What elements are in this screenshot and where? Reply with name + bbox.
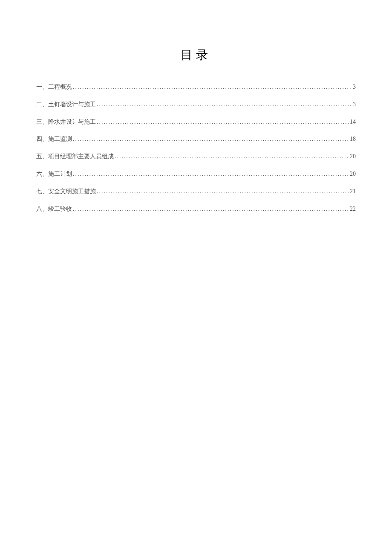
toc-entry: 四、施工监测 18 bbox=[36, 136, 356, 143]
toc-entry: 二、土钉墙设计与施工 3 bbox=[36, 101, 356, 108]
toc-entry-page: 21 bbox=[350, 188, 356, 195]
toc-entry: 七、安全文明施工措施 21 bbox=[36, 188, 356, 195]
page-title: 目录 bbox=[36, 47, 356, 63]
toc-entry-page: 14 bbox=[350, 119, 356, 126]
toc-entry-leader bbox=[97, 101, 352, 108]
toc-entry-label: 五、项目经理部主要人员组成 bbox=[36, 153, 114, 160]
toc-entry-page: 22 bbox=[350, 206, 356, 213]
toc-entry-leader bbox=[73, 206, 349, 213]
toc-entry-leader bbox=[73, 84, 352, 91]
toc-entry-leader bbox=[73, 136, 349, 143]
toc-entry-page: 20 bbox=[350, 171, 356, 178]
toc-entry: 五、项目经理部主要人员组成 20 bbox=[36, 153, 356, 160]
toc-entry-leader bbox=[73, 171, 349, 178]
toc-entry: 八、竣工验收 22 bbox=[36, 206, 356, 213]
table-of-contents: 一、工程概况 3 二、土钉墙设计与施工 3 三、降水井设计与施工 14 四、施工… bbox=[36, 84, 356, 212]
toc-entry-label: 二、土钉墙设计与施工 bbox=[36, 101, 96, 108]
toc-entry-page: 3 bbox=[353, 84, 356, 91]
toc-entry-page: 20 bbox=[350, 153, 356, 160]
toc-entry: 一、工程概况 3 bbox=[36, 84, 356, 91]
toc-entry-label: 四、施工监测 bbox=[36, 136, 72, 143]
toc-entry-leader bbox=[97, 188, 349, 195]
toc-entry-label: 七、安全文明施工措施 bbox=[36, 188, 96, 195]
toc-entry: 六、施工计划 20 bbox=[36, 171, 356, 178]
toc-entry-label: 一、工程概况 bbox=[36, 84, 72, 91]
toc-entry-page: 3 bbox=[353, 101, 356, 108]
toc-entry-label: 三、降水井设计与施工 bbox=[36, 119, 96, 126]
toc-entry-label: 六、施工计划 bbox=[36, 171, 72, 178]
toc-entry: 三、降水井设计与施工 14 bbox=[36, 119, 356, 126]
toc-entry-leader bbox=[97, 119, 349, 126]
toc-entry-page: 18 bbox=[350, 136, 356, 143]
toc-entry-label: 八、竣工验收 bbox=[36, 206, 72, 213]
toc-entry-leader bbox=[115, 153, 349, 160]
